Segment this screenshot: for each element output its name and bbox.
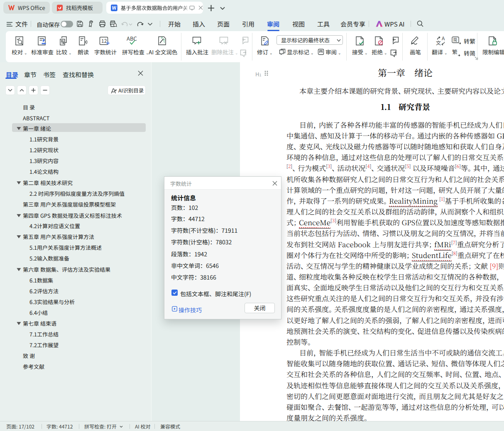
svg-text:文: 文 — [436, 39, 441, 46]
svg-text:A: A — [442, 36, 445, 41]
svg-text:ABC: ABC — [127, 36, 137, 42]
svg-text:繁: 繁 — [452, 49, 458, 56]
svg-text:12: 12 — [101, 37, 107, 44]
svg-text:简: 简 — [453, 37, 458, 43]
